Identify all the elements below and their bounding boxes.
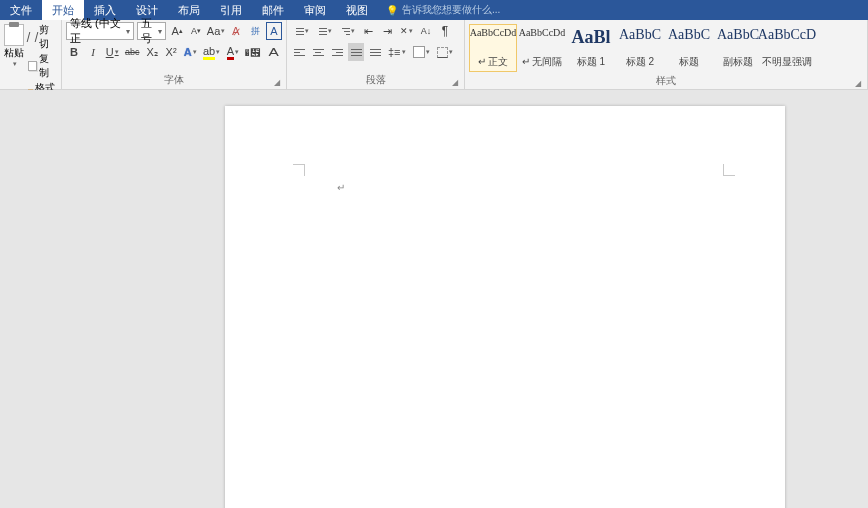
group-styles: AaBbCcDd↵ 正文 AaBbCcDd↵ 无间隔 AaBl标题 1 AaBb… [465,20,868,89]
page[interactable]: ↵ [225,106,785,508]
style-preview: AaBbC [619,27,661,43]
style-preview: AaBbC [668,27,710,43]
underline-button[interactable]: U▾ [104,43,120,61]
numbering-button[interactable]: ▾ [314,22,334,40]
distribute-button[interactable] [367,43,383,61]
decrease-indent-button[interactable]: ⇤ [360,22,376,40]
char-scaling-button[interactable]: A [266,43,282,61]
paragraph-mark-icon: ↵ [337,182,345,193]
bold-button[interactable]: B [66,43,82,61]
shading-button[interactable]: ▾ [411,43,432,61]
style-normal[interactable]: AaBbCcDd↵ 正文 [469,24,517,72]
underline-label: U [106,46,114,58]
tab-layout[interactable]: 布局 [168,0,210,20]
dialog-launcher-icon[interactable]: ◢ [452,78,458,87]
align-left-icon [294,47,305,57]
tell-me-search[interactable]: 💡 告诉我您想要做什么... [386,0,500,20]
line-spacing-button[interactable]: ‡≡▾ [386,43,408,61]
font-name-combo[interactable]: 等线 (中文正▾ [66,22,134,40]
styles-gallery: AaBbCcDd↵ 正文 AaBbCcDd↵ 无间隔 AaBl标题 1 AaBb… [469,22,811,72]
tab-file[interactable]: 文件 [0,0,42,20]
tab-mailings[interactable]: 邮件 [252,0,294,20]
show-marks-button[interactable]: ¶ [437,22,453,40]
align-center-button[interactable] [310,43,326,61]
cut-label: 剪切 [39,23,57,51]
cut-button[interactable]: 剪切 [28,23,57,51]
superscript-button[interactable]: X² [163,43,179,61]
change-case-button[interactable]: Aa▾ [207,22,225,40]
chevron-down-icon: ▾ [126,27,130,36]
style-no-spacing[interactable]: AaBbCcDd↵ 无间隔 [518,24,566,72]
clear-format-button[interactable]: A̷ [228,22,244,40]
phonetic-guide-button[interactable]: 拼 [247,22,263,40]
align-left-button[interactable] [291,43,307,61]
bullets-button[interactable]: ▾ [291,22,311,40]
align-justify-icon [351,47,362,57]
font-color-button[interactable]: A▾ [225,43,241,61]
char-border-button[interactable]: A [266,22,282,40]
chevron-down-icon: ▾ [193,48,197,56]
tab-references[interactable]: 引用 [210,0,252,20]
grow-font-button[interactable]: A▴ [169,22,185,40]
align-right-button[interactable] [329,43,345,61]
style-label: 标题 2 [626,55,654,69]
phonetic-label: 拼 [251,25,260,38]
shrink-font-button[interactable]: A▾ [188,22,204,40]
ribbon: 粘贴 ▾ 剪切 复制 格式刷 剪贴板◢ 等线 (中文正▾ 五号▾ A▴ A▾ A… [0,20,868,90]
styles-group-label: 样式 [656,75,676,86]
style-label: ↵ 无间隔 [522,55,563,69]
outdent-icon: ⇤ [364,25,373,38]
style-heading2[interactable]: AaBbC标题 2 [616,24,664,72]
style-heading1[interactable]: AaBl标题 1 [567,24,615,72]
style-preview: AaBbCcDd [470,27,517,38]
sort-button[interactable]: A↓ [418,22,434,40]
multilevel-icon [339,26,350,36]
style-preview: AaBbCcDd [519,27,566,38]
borders-button[interactable]: ▾ [435,43,455,61]
chevron-down-icon: ▾ [449,48,453,56]
group-label-font: 字体◢ [66,71,282,89]
style-subtitle[interactable]: AaBbC副标题 [714,24,762,72]
highlight-button[interactable]: ab▾ [201,43,221,61]
subscript-button[interactable]: X₂ [144,43,160,61]
chevron-down-icon: ▾ [409,27,413,35]
style-subtle-emphasis[interactable]: AaBbCcD不明显强调 [763,24,811,72]
line-spacing-icon: ‡≡ [388,46,401,58]
align-justify-button[interactable] [348,43,364,61]
shading-icon [413,46,425,58]
cut-icon [26,32,38,42]
numbering-icon [316,26,327,36]
align-center-icon [313,47,324,57]
font-group-label: 字体 [164,74,184,85]
style-label: 副标题 [723,55,753,69]
pilcrow-icon: ¶ [442,24,448,38]
increase-indent-button[interactable]: ⇥ [379,22,395,40]
chevron-down-icon: ▾ [235,48,239,56]
text-effects-button[interactable]: A▾ [182,43,198,61]
style-label: 不明显强调 [762,55,812,69]
style-title[interactable]: AaBbC标题 [665,24,713,72]
chevron-down-icon: ▾ [158,27,162,36]
dialog-launcher-icon[interactable]: ◢ [855,79,861,88]
margin-corner-icon [723,164,735,176]
multilevel-button[interactable]: ▾ [337,22,357,40]
dialog-launcher-icon[interactable]: ◢ [274,78,280,87]
chevron-down-icon: ▾ [305,27,309,35]
copy-label: 复制 [39,52,57,80]
style-preview: AaBbC [717,27,759,43]
italic-button[interactable]: I [85,43,101,61]
asian-layout-button[interactable]: ✕▾ [398,22,415,40]
font-size-combo[interactable]: 五号▾ [137,22,166,40]
tab-view[interactable]: 视图 [336,0,378,20]
paste-icon [4,24,24,46]
tab-review[interactable]: 审阅 [294,0,336,20]
document-area: ↵ [0,90,868,508]
copy-button[interactable]: 复制 [28,52,57,80]
char-border-label: A [270,25,277,37]
chevron-down-icon: ▾ [351,27,355,35]
strike-button[interactable]: abc [123,43,141,61]
enclose-char-button[interactable]: �቞ [244,43,263,61]
group-font: 等线 (中文正▾ 五号▾ A▴ A▾ Aa▾ A̷ 拼 A B I U▾ abc… [62,20,287,89]
style-label: ↵ 正文 [478,55,509,69]
group-paragraph: ▾ ▾ ▾ ⇤ ⇥ ✕▾ A↓ ¶ ‡≡▾ ▾ ▾ 段落◢ [287,20,465,89]
